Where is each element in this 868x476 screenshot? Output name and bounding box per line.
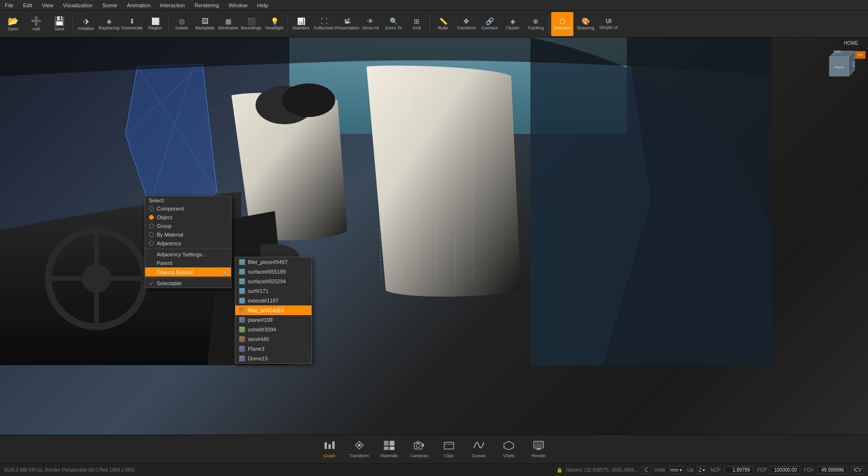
tool-transform-label: Transform (457, 26, 476, 30)
fcp-value-box[interactable]: 100000.00 (771, 466, 800, 474)
viewport[interactable]: Select: Component Object Group By Materi… (0, 38, 868, 435)
tool-texturing[interactable]: 🎨 Texturing (574, 12, 597, 36)
tool-wireframe[interactable]: ▦ Wireframe (217, 12, 239, 36)
svg-rect-42 (535, 444, 542, 447)
ctx-objects-behind[interactable]: Objects Behind ▶ (145, 267, 231, 277)
ctx-adjacency-settings[interactable]: Adjacency Settings... (145, 250, 231, 259)
submenu-surface-655294[interactable]: surface#655294 (235, 277, 312, 286)
tool-headlight[interactable]: 💡 Headlight (263, 12, 285, 36)
submenu-fillet-srf-24263-label: fillet_srf#24263 (248, 307, 284, 313)
submenu-dome15[interactable]: Dome15 (235, 354, 312, 363)
headlight-icon: 💡 (271, 18, 279, 25)
submenu-fillet-piece-9497[interactable]: fillet_piece#9497 (235, 257, 312, 267)
menu-edit[interactable]: Edit (21, 1, 34, 9)
tool-antialias[interactable]: ⬗ Antialias (75, 12, 97, 36)
show-all-icon: 👁 (367, 18, 374, 25)
tool-cluster[interactable]: ◈ Cluster (502, 12, 524, 36)
up-dropdown[interactable]: Z ▾ (697, 466, 706, 474)
tool-isolate[interactable]: ◎ Isolate (171, 12, 193, 36)
tool-boundings[interactable]: ⬛ Boundings (240, 12, 262, 36)
menu-help[interactable]: Help (255, 1, 270, 9)
ctx-adjacency[interactable]: Adjacency (145, 239, 231, 248)
btn-transform[interactable]: Transform (346, 436, 373, 463)
tool-downscale[interactable]: ⬇ Downscale (121, 12, 143, 36)
tool-zoom-to[interactable]: 🔍 Zoom To (382, 12, 405, 36)
selection-icon: ⬡ (559, 18, 565, 25)
btn-clips-label: Clips (444, 453, 454, 458)
c-button[interactable]: C (642, 466, 650, 474)
tool-simple-ui[interactable]: UI Simple UI (597, 12, 620, 36)
svg-rect-25 (325, 442, 327, 449)
svg-point-18 (282, 83, 335, 117)
ctx-object[interactable]: Object (145, 213, 231, 222)
btn-cameras[interactable]: Cameras (406, 436, 433, 463)
ncp-value-box[interactable]: 1.89799 (724, 466, 753, 474)
tool-raytracing[interactable]: ◈ Raytracing (98, 12, 120, 36)
tool-connect[interactable]: 🔗 Connect (478, 12, 501, 36)
menu-animation[interactable]: Animation (125, 1, 152, 9)
plane-icon-2 (239, 346, 245, 352)
menu-view[interactable]: View (40, 1, 55, 9)
radio-object (149, 215, 154, 220)
tool-region[interactable]: ⬜ Region (144, 12, 166, 36)
btn-materials[interactable]: Materials (376, 436, 403, 463)
btn-render[interactable]: Render (525, 436, 552, 463)
tool-add[interactable]: ➕ Add (25, 12, 47, 36)
icv-button[interactable]: ICV (851, 466, 864, 474)
menu-scene[interactable]: Scene (100, 1, 119, 9)
units-dropdown[interactable]: mm ▾ (669, 466, 684, 474)
menu-file[interactable]: File (3, 1, 15, 9)
check-selectable: ✓ (149, 281, 154, 286)
btn-graph-label: Graph (323, 453, 335, 458)
menu-rendering[interactable]: Rendering (192, 1, 221, 9)
svg-point-2 (82, 264, 111, 293)
ctx-parent[interactable]: Parent (145, 259, 231, 267)
isolate-icon: ◎ (179, 18, 185, 25)
tool-statistics[interactable]: 📊 Statistics (290, 12, 312, 36)
menu-interaction[interactable]: Interaction (158, 1, 187, 9)
ctx-objects-behind-label: Objects Behind (157, 269, 193, 275)
submenu-fillet-srf-24263[interactable]: fillet_srf#24263 (235, 305, 312, 315)
tool-ruler[interactable]: 📏 Ruler (432, 12, 454, 36)
fov-value-box[interactable]: 49.999996 (818, 466, 847, 474)
btn-cameras-label: Cameras (410, 453, 428, 458)
tool-region-label: Region (149, 26, 163, 30)
submenu-extend-1187[interactable]: extend#1187 (235, 296, 312, 305)
ctx-component-label: Component (157, 206, 184, 212)
btn-clips[interactable]: Clips (435, 436, 462, 463)
ctx-group[interactable]: Group (145, 222, 231, 230)
btn-curves[interactable]: Curves (465, 436, 492, 463)
tool-save[interactable]: 💾 Save (48, 12, 70, 36)
dome-icon-1 (239, 356, 245, 361)
antialias-icon: ⬗ (83, 17, 89, 25)
menu-visualization[interactable]: Visualization (61, 1, 95, 9)
btn-vsets[interactable]: VSets (495, 436, 522, 463)
menu-window[interactable]: Window (227, 1, 249, 9)
curves-icon (473, 440, 485, 452)
svg-text:Front: Front (835, 65, 844, 69)
boundings-icon: ⬛ (247, 18, 256, 25)
nav-cube[interactable]: HOME TOP Front Left (820, 47, 858, 86)
tool-grid[interactable]: ⊞ Grid (406, 12, 428, 36)
ctx-selectable[interactable]: ✓ Selectable (145, 279, 231, 288)
tool-fullscreen[interactable]: ⛶ Fullscreen (313, 12, 335, 36)
tool-open[interactable]: 📂 Open (2, 12, 24, 36)
ctx-by-material[interactable]: By Material (145, 230, 231, 239)
bottom-toolbar: Graph Transform Materials Cameras Clips … (0, 435, 868, 463)
submenu-plane-109[interactable]: plane#109 (235, 315, 312, 325)
btn-transform-label: Transform (350, 453, 369, 458)
tool-presentation[interactable]: 📽 Presentation (336, 12, 358, 36)
tool-transform[interactable]: ✤ Transform (455, 12, 477, 36)
submenu-surf-171[interactable]: surf#171 (235, 286, 312, 296)
submenu-skin-445[interactable]: skin#445 (235, 334, 312, 344)
tool-tracking[interactable]: ⊕ Tracking (525, 12, 547, 36)
submenu-dome15-label: Dome15 (248, 356, 268, 361)
ctx-component[interactable]: Component (145, 204, 231, 213)
tool-selection[interactable]: ⬡ Selection (551, 12, 573, 36)
tool-show-all[interactable]: 👁 Show All (359, 12, 381, 36)
btn-graph[interactable]: Graph (316, 436, 343, 463)
submenu-xshell-3094[interactable]: xshell#3094 (235, 325, 312, 334)
submenu-surface-655189[interactable]: surface#655189 (235, 267, 312, 277)
submenu-plane3[interactable]: Plane3 (235, 344, 312, 354)
tool-backplate[interactable]: 🖼 Backplate (194, 12, 216, 36)
